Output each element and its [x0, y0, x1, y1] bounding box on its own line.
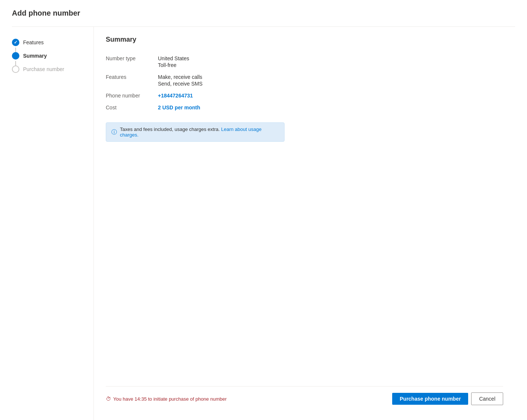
checkmark-icon: [14, 40, 18, 45]
step-circle-features: [12, 39, 19, 46]
number-type-value: United States Toll-free: [158, 52, 503, 71]
cost-value: 2 USD per month: [158, 105, 200, 110]
footer: ⏱ You have 14:35 to initiate purchase of…: [106, 386, 503, 411]
step-circle-purchase: [12, 65, 19, 73]
sidebar-item-purchase[interactable]: Purchase number: [12, 62, 88, 76]
phone-number-label: Phone number: [106, 90, 158, 102]
features-line1: Make, receive calls: [158, 74, 503, 80]
number-type-country: United States: [158, 55, 503, 61]
features-value: Make, receive calls Send, receive SMS: [158, 71, 503, 90]
sidebar: Features Summary Purchase number: [12, 27, 94, 420]
features-line2: Send, receive SMS: [158, 81, 503, 87]
sidebar-item-summary[interactable]: Summary: [12, 49, 88, 62]
step-circle-summary: [12, 52, 19, 60]
info-banner: ⓘ Taxes and fees included, usage charges…: [106, 122, 285, 142]
number-type-kind: Toll-free: [158, 62, 503, 68]
number-type-label: Number type: [106, 52, 158, 71]
summary-table: Number type United States Toll-free Feat…: [106, 52, 503, 113]
cancel-button[interactable]: Cancel: [471, 392, 503, 405]
page-title: Add phone number: [12, 9, 515, 17]
timer-notice: ⏱ You have 14:35 to initiate purchase of…: [106, 396, 227, 402]
sidebar-item-label-purchase: Purchase number: [23, 66, 64, 72]
sidebar-item-label-summary: Summary: [23, 53, 47, 59]
footer-buttons: Purchase phone number Cancel: [392, 392, 503, 405]
content-area: Summary Number type United States Toll-f…: [94, 27, 515, 420]
info-icon: ⓘ: [111, 129, 117, 136]
info-banner-text: Taxes and fees included, usage charges e…: [120, 126, 279, 138]
cost-value-cell: 2 USD per month: [158, 102, 503, 113]
cost-label: Cost: [106, 102, 158, 113]
timer-text: You have 14:35 to initiate purchase of p…: [113, 396, 227, 402]
features-label: Features: [106, 71, 158, 90]
phone-number-value-cell: +18447264731: [158, 90, 503, 102]
purchase-phone-number-button[interactable]: Purchase phone number: [392, 393, 468, 405]
timer-icon: ⏱: [106, 396, 111, 402]
sidebar-item-features[interactable]: Features: [12, 36, 88, 49]
phone-number-value: +18447264731: [158, 93, 193, 99]
sidebar-item-label-features: Features: [23, 39, 44, 45]
summary-title: Summary: [106, 36, 503, 44]
